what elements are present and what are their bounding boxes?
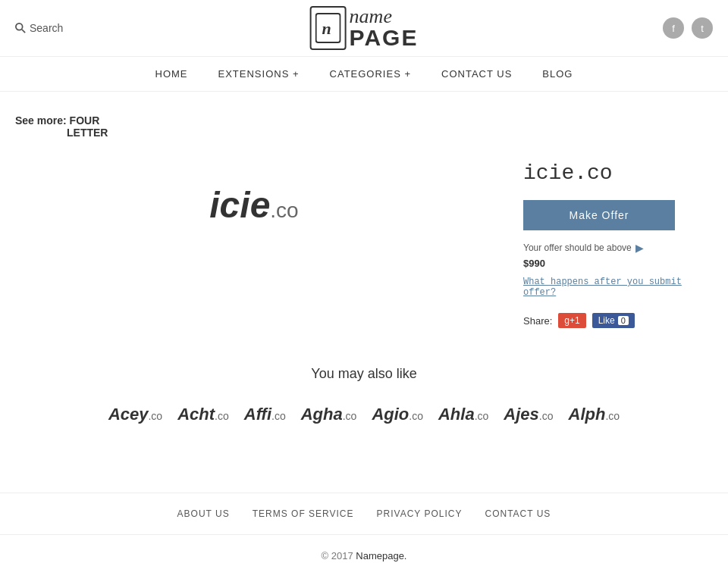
logo-name: name [350,7,419,27]
list-item[interactable]: Alph.co [569,405,620,424]
list-item[interactable]: Ajes.co [504,405,553,424]
what-happens-link[interactable]: What happens after you submit offer? [523,277,713,298]
svg-point-0 [16,23,23,30]
site-logo[interactable]: n name PAGE [310,6,419,50]
site-footer: ABOUT US TERMS OF SERVICE PRIVACY POLICY… [0,493,728,563]
nav-contact[interactable]: CONTACT US [441,68,512,80]
main-nav: HOME EXTENSIONS + CATEGORIES + CONTACT U… [0,57,728,92]
footer-terms[interactable]: TERMS OF SERVICE [253,508,354,519]
breadcrumb-line1[interactable]: FOUR [70,114,100,127]
list-item[interactable]: Agha.co [301,405,357,424]
nav-home[interactable]: HOME [155,68,188,80]
footer-nav: ABOUT US TERMS OF SERVICE PRIVACY POLICY… [0,493,728,535]
search-label: Search [30,22,63,34]
footer-about[interactable]: ABOUT US [177,508,230,519]
search-area[interactable]: Search [15,22,63,34]
logo-icon-svg: n [315,13,341,43]
fb-like-button[interactable]: Like 0 [592,313,635,328]
also-like-title: You may also like [15,366,713,382]
nav-categories[interactable]: CATEGORIES + [330,68,411,80]
share-area: Share: g+1 Like 0 [523,313,713,328]
logo-icon: n [310,6,347,50]
logo-page: PAGE [350,27,419,49]
svg-line-1 [22,30,25,33]
fb-like-count: 0 [618,316,629,325]
twitter-icon[interactable]: t [692,17,713,39]
list-item[interactable]: Acht.co [177,405,229,424]
facebook-icon[interactable]: f [663,17,684,39]
footer-copyright: © 2017 Namepage. [0,535,728,563]
footer-privacy[interactable]: PRIVACY POLICY [377,508,463,519]
list-item[interactable]: Affi.co [244,405,286,424]
also-like-section: You may also like Acey.co Acht.co Affi.c… [15,366,713,424]
list-item[interactable]: Acey.co [108,405,162,424]
offer-hint-arrow: ▶ [635,242,644,254]
nav-extensions[interactable]: EXTENSIONS + [218,68,300,80]
share-label: Share: [523,315,552,327]
domain-logo-text: icie.co [209,184,298,226]
social-icons: f t [663,17,713,39]
offer-price: $990 [523,258,713,269]
domain-display-tld: .co [270,199,298,222]
domain-cards: Acey.co Acht.co Affi.co Agha.co Agio.co … [15,405,713,424]
domain-title: icie.co [523,161,713,185]
breadcrumb: See more: FOUR LETTER [15,114,713,139]
svg-text:n: n [322,19,331,38]
fb-like-label: Like [598,315,615,326]
offer-hint: Your offer should be above ▶ [523,242,713,254]
domain-logo-display: icie.co [15,154,493,256]
make-offer-button[interactable]: Make Offer [523,200,675,230]
main-content: See more: FOUR LETTER icie.co icie.co Ma… [0,92,728,447]
gplus-button[interactable]: g+1 [558,313,585,328]
list-item[interactable]: Agio.co [372,405,423,424]
nav-blog[interactable]: BLOG [542,68,573,80]
domain-display-name: icie [209,185,270,225]
search-icon [15,23,26,33]
product-area: icie.co icie.co Make Offer Your offer sh… [15,154,713,328]
see-more-label: See more: [15,114,67,127]
domain-info: icie.co Make Offer Your offer should be … [523,154,713,328]
footer-brand-link[interactable]: Namepage. [356,550,406,561]
site-header: Search n name PAGE f t [0,0,728,57]
breadcrumb-line2[interactable]: LETTER [67,127,713,139]
logo-text: name PAGE [350,7,419,49]
footer-contact[interactable]: CONTACT US [485,508,551,519]
list-item[interactable]: Ahla.co [438,405,488,424]
